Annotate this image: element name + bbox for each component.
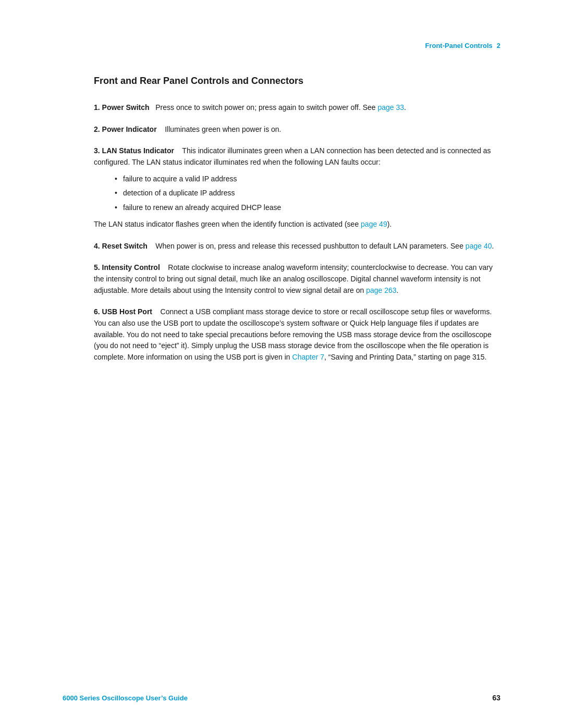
item-1-title: Power Switch [102,103,150,112]
item-6-chapter-link[interactable]: Chapter 7 [292,353,324,361]
item-4-number: 4. [94,242,102,250]
header-chapter-num: 2 [497,42,500,50]
lan-page49-link[interactable]: page 49 [361,220,387,228]
item-3-number: 3. [94,146,102,155]
item-1-text: Press once to switch power on; press aga… [150,103,378,112]
item-1-period: . [404,103,406,112]
lan-continuation: The LAN status indicator flashes green w… [94,219,500,230]
item-6-title: USB Host Port [102,307,152,316]
page-footer: 6000 Series Oscilloscope User’s Guide 63 [0,694,563,702]
header-chapter-info: Front-Panel Controls 2 [425,42,500,50]
item-2-number: 2. [94,125,102,133]
item-5-title: Intensity Control [102,263,160,272]
footer-page-number: 63 [492,694,500,702]
footer-title: 6000 Series Oscilloscope User’s Guide [63,694,188,702]
item-lan-status: 3. LAN Status Indicator This indicator i… [94,145,500,230]
page: Front-Panel Controls 2 Front and Rear Pa… [0,0,563,728]
item-6-text-after: , “Saving and Printing Data,” starting o… [324,353,486,361]
lan-bullet-list: failure to acquire a valid IP address de… [115,174,500,214]
item-4-period: . [492,242,494,250]
bullet-item: detection of a duplicate IP address [115,188,500,199]
page-header: Front-Panel Controls 2 [0,0,563,50]
item-2-title: Power Indicator [102,125,157,133]
lan-continuation-text: The LAN status indicator flashes green w… [94,220,361,228]
item-power-indicator: 2. Power Indicator Illuminates green whe… [94,124,500,135]
item-4-text: When power is on, press and release this… [148,242,466,250]
item-4-link[interactable]: page 40 [466,242,492,250]
item-5-period: . [397,286,399,294]
lan-continuation-after: ). [387,220,392,228]
item-2-text: Illuminates green when power is on. [157,125,282,133]
item-5-link[interactable]: page 263 [366,286,396,294]
main-content: Front and Rear Panel Controls and Connec… [0,50,563,415]
bullet-item: failure to renew an already acquired DHC… [115,202,500,214]
item-1-link[interactable]: page 33 [377,103,404,112]
header-chapter-title: Front-Panel Controls [425,42,492,50]
item-power-switch: 1. Power Switch Press once to switch pow… [94,102,500,114]
item-reset-switch: 4. Reset Switch When power is on, press … [94,241,500,252]
item-4-title: Reset Switch [102,242,148,250]
item-usb-host-port: 6. USB Host Port Connect a USB compliant… [94,306,500,363]
item-3-title: LAN Status Indicator [102,146,174,155]
item-5-number: 5. [94,263,102,272]
item-1-number: 1. [94,103,102,112]
bullet-item: failure to acquire a valid IP address [115,174,500,185]
item-intensity-control: 5. Intensity Control Rotate clockwise to… [94,262,500,296]
item-6-number: 6. [94,307,102,316]
section-title: Front and Rear Panel Controls and Connec… [94,76,500,87]
